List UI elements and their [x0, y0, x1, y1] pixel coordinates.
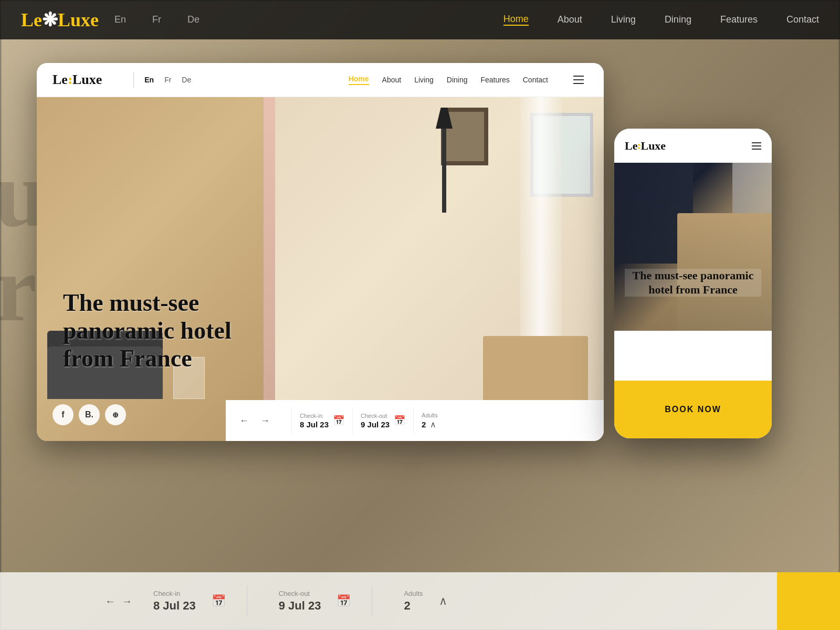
mobile-book-now-button[interactable]: BOOK NOW: [614, 381, 772, 438]
desktop-logo: LeLuxe: [52, 72, 102, 88]
checkout-field: Check-out 9 Jul 23: [361, 413, 390, 429]
bg-nav-contact: Contact: [786, 14, 819, 25]
bottom-adults-up-icon[interactable]: ∧: [439, 594, 447, 608]
room-left-area: [37, 97, 275, 441]
mobile-hero-image: The must-see panoramic hotel from France: [614, 163, 772, 331]
booking-prev-arrow[interactable]: ←: [236, 413, 252, 428]
desktop-nav-links: Home About Living Dining Features Contac…: [349, 70, 588, 89]
nav-home[interactable]: Home: [349, 75, 369, 85]
desktop-hero: The must-see panoramic hotel from France…: [37, 97, 604, 441]
bg-nav-living: Living: [611, 14, 636, 25]
booking-div-2: [352, 407, 353, 434]
adults-value: 2: [422, 420, 426, 429]
mobile-navbar: LeLuxe: [614, 129, 772, 163]
yellow-accent-box: [777, 572, 840, 630]
booking-div-1: [291, 407, 292, 434]
adults-field: Adults 2 ∧: [422, 412, 438, 429]
lang-de[interactable]: De: [182, 76, 191, 84]
hero-text-block: The must-see panoramic hotel from France: [63, 289, 262, 373]
mobile-hero-text-block: The must-see panoramic hotel from France: [614, 261, 772, 304]
mobile-ham-line-1: [752, 142, 761, 143]
bottom-adults-label: Adults: [404, 590, 423, 597]
hero-title: The must-see panoramic hotel from France: [63, 289, 262, 373]
bottom-divider2: [372, 585, 372, 617]
bottom-checkout-label: Check-out: [279, 590, 321, 597]
bottom-adults-field: Adults 2: [404, 590, 423, 613]
bottom-prev-arrow[interactable]: ←: [105, 595, 116, 607]
bg-lang-fr: Fr: [152, 14, 161, 25]
checkout-value: 9 Jul 23: [361, 420, 390, 429]
facebook-button[interactable]: f: [52, 404, 74, 425]
adults-up-button[interactable]: ∧: [430, 419, 436, 429]
mobile-logo: LeLuxe: [625, 139, 666, 153]
nav-dining[interactable]: Dining: [447, 76, 468, 84]
nav-contact[interactable]: Contact: [523, 76, 548, 84]
booking-button[interactable]: B.: [79, 404, 100, 425]
booking-next-arrow[interactable]: →: [257, 413, 273, 428]
nav-living[interactable]: Living: [414, 76, 434, 84]
mobile-phone-card: LeLuxe The must-see panoramic hotel from…: [614, 129, 772, 438]
tripadvisor-button[interactable]: ⊕: [105, 404, 126, 425]
bottom-checkin-value: 8 Jul 23: [153, 599, 196, 613]
hamburger-line-3: [573, 83, 584, 84]
bg-lang-en: En: [114, 14, 126, 25]
checkin-value: 8 Jul 23: [300, 420, 329, 429]
lang-en[interactable]: En: [144, 76, 154, 84]
adults-control: 2 ∧: [422, 419, 438, 429]
bottom-checkout-field: Check-out 9 Jul 23: [279, 590, 321, 613]
bed-area: [483, 336, 588, 410]
desktop-browser-card: LeLuxe En Fr De Home About Living Dining…: [37, 63, 604, 441]
bg-lang-de: De: [187, 14, 200, 25]
bottom-adults-value: 2: [404, 599, 423, 613]
bg-navbar: Le❋Luxe En Fr De Home About Living Dinin…: [0, 0, 840, 39]
mobile-logo-luxe: Luxe: [640, 139, 666, 152]
bottom-checkout-icon[interactable]: 📅: [337, 594, 351, 608]
bg-nav-features: Features: [720, 14, 758, 25]
bg-logo: Le❋Luxe: [21, 9, 99, 31]
nav-features[interactable]: Features: [481, 76, 510, 84]
adults-label: Adults: [422, 412, 438, 418]
mobile-logo-le: Le: [625, 139, 637, 152]
bottom-booking-bar: ← → Check-in 8 Jul 23 📅 Check-out 9 Jul …: [0, 572, 840, 630]
booking-div-3: [413, 407, 414, 434]
lang-fr[interactable]: Fr: [164, 76, 171, 84]
checkin-calendar-icon[interactable]: 📅: [333, 415, 344, 426]
checkout-calendar-icon[interactable]: 📅: [394, 415, 405, 426]
desktop-booking-bar: ← → Check-in 8 Jul 23 📅 Check-out 9 Jul …: [226, 400, 604, 441]
bottom-next-arrow[interactable]: →: [122, 595, 132, 607]
checkin-field: Check-in 8 Jul 23: [300, 413, 329, 429]
desktop-navbar: LeLuxe En Fr De Home About Living Dining…: [37, 63, 604, 97]
mobile-ham-line-3: [752, 149, 761, 150]
hamburger-menu-button[interactable]: [569, 70, 588, 89]
bottom-checkin-field: Check-in 8 Jul 23: [153, 590, 196, 613]
logo-le: Le: [52, 72, 68, 87]
hamburger-line-1: [573, 76, 584, 77]
checkout-label: Check-out: [361, 413, 390, 419]
bottom-nav-arrows: ← →: [105, 595, 132, 607]
social-icons-group: f B. ⊕: [52, 404, 126, 425]
bottom-checkin-icon[interactable]: 📅: [212, 594, 226, 608]
room-right-area: [275, 97, 604, 441]
checkin-label: Check-in: [300, 413, 329, 419]
mobile-hero-title: The must-see panoramic hotel from France: [625, 269, 761, 297]
bg-nav-home: Home: [503, 14, 529, 26]
booking-arrows: ← →: [236, 413, 273, 428]
lang-divider: [133, 72, 134, 88]
bottom-divider1: [247, 585, 247, 617]
nav-about[interactable]: About: [382, 76, 402, 84]
logo-luxe: Luxe: [72, 72, 102, 87]
mobile-hamburger-button[interactable]: [752, 142, 761, 150]
bottom-checkin-label: Check-in: [153, 590, 196, 597]
bg-nav-about: About: [558, 14, 582, 25]
hamburger-line-2: [573, 79, 584, 80]
mobile-room-image: [614, 163, 772, 331]
mobile-hero-overlay: [614, 163, 772, 331]
bottom-checkout-value: 9 Jul 23: [279, 599, 321, 613]
bg-nav-dining: Dining: [665, 14, 691, 25]
mobile-book-label: BOOK NOW: [665, 405, 721, 414]
mobile-ham-line-2: [752, 145, 761, 146]
